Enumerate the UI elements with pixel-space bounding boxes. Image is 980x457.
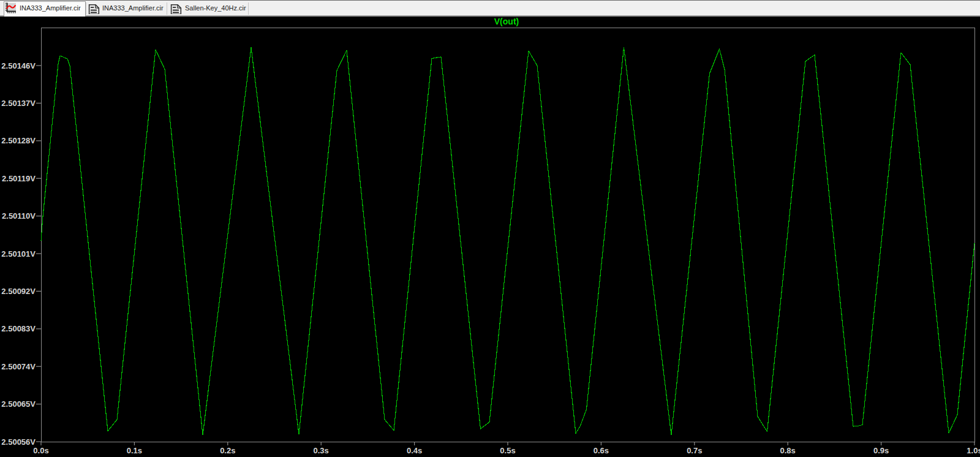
svg-text:0.8s: 0.8s [780,446,796,455]
svg-text:0.4s: 0.4s [407,446,422,455]
svg-text:0.0s: 0.0s [33,446,48,455]
svg-text:2.50146V: 2.50146V [1,61,36,70]
svg-text:0.2s: 0.2s [220,446,235,455]
svg-text:2.50065V: 2.50065V [1,399,36,409]
svg-text:0.9s: 0.9s [873,446,889,455]
svg-text:2.50137V: 2.50137V [1,99,36,108]
svg-text:0.6s: 0.6s [594,446,609,455]
svg-text:2.50056V: 2.50056V [1,437,36,447]
svg-text:2.50110V: 2.50110V [2,211,36,221]
svg-text:2.50083V: 2.50083V [1,324,36,333]
svg-text:0.1s: 0.1s [127,446,142,455]
svg-text:1.0s: 1.0s [967,446,980,455]
svg-text:2.50092V: 2.50092V [1,287,36,296]
svg-text:2.50119V: 2.50119V [2,174,36,183]
svg-text:V(out): V(out) [494,17,519,26]
svg-text:0.3s: 0.3s [314,446,329,455]
svg-text:2.50074V: 2.50074V [1,362,36,371]
svg-text:2.50128V: 2.50128V [1,136,36,145]
svg-text:0.5s: 0.5s [500,446,515,455]
svg-text:0.7s: 0.7s [687,446,702,455]
svg-text:2.50101V: 2.50101V [1,249,36,259]
